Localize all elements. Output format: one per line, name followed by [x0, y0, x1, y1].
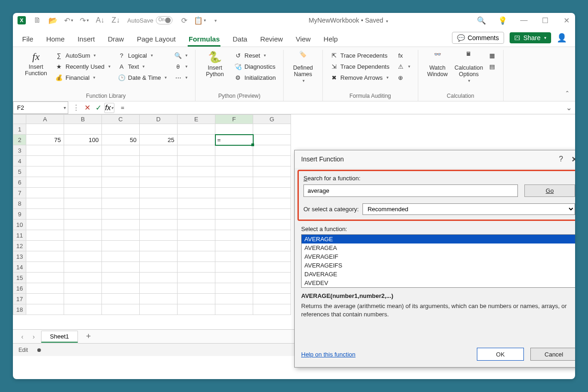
- cell-B1[interactable]: [64, 124, 102, 135]
- cell-E8[interactable]: [178, 198, 215, 209]
- cell-G8[interactable]: [253, 198, 291, 209]
- cell-C17[interactable]: [102, 294, 140, 304]
- cell-C9[interactable]: [102, 209, 140, 220]
- cell-F18[interactable]: [215, 304, 253, 315]
- row-header-5[interactable]: 5: [13, 166, 26, 177]
- category-select[interactable]: Recommended: [362, 203, 575, 215]
- cell-G11[interactable]: [253, 230, 291, 241]
- cell-F11[interactable]: [215, 230, 253, 241]
- cell-C8[interactable]: [102, 198, 140, 209]
- cell-B5[interactable]: [64, 166, 102, 177]
- row-header-6[interactable]: 6: [13, 177, 26, 188]
- col-header-F[interactable]: F: [215, 115, 253, 124]
- date-time-button[interactable]: 🕒Date & Time▾: [115, 73, 170, 82]
- cell-D14[interactable]: [140, 262, 178, 273]
- math-button[interactable]: θ▾: [172, 62, 190, 71]
- redo-icon[interactable]: ↷▾: [80, 16, 89, 24]
- cell-B4[interactable]: [64, 156, 102, 166]
- cell-E6[interactable]: [178, 177, 215, 188]
- tab-page-layout[interactable]: Page Layout: [136, 32, 177, 47]
- help-on-function-link[interactable]: Help on this function: [301, 351, 356, 358]
- cell-F2[interactable]: =: [215, 135, 253, 145]
- dialog-close-icon[interactable]: ✕: [571, 155, 575, 164]
- cell-C2[interactable]: 50: [102, 135, 140, 145]
- tab-data[interactable]: Data: [232, 32, 248, 47]
- tab-insert[interactable]: Insert: [77, 32, 96, 47]
- collapse-ribbon-button[interactable]: ⌃: [565, 90, 570, 96]
- cell-F3[interactable]: [215, 145, 253, 156]
- cell-B18[interactable]: [64, 304, 102, 315]
- cell-B11[interactable]: [64, 230, 102, 241]
- watch-window-button[interactable]: 👓 Watch Window: [423, 50, 452, 92]
- enter-formula-icon[interactable]: ✓: [93, 103, 103, 113]
- cell-E2[interactable]: [178, 135, 215, 145]
- autosum-button[interactable]: ∑AutoSum▾: [53, 51, 113, 60]
- row-header-16[interactable]: 16: [13, 283, 26, 294]
- cell-E7[interactable]: [178, 188, 215, 198]
- open-icon[interactable]: 📂: [49, 16, 57, 24]
- cell-D11[interactable]: [140, 230, 178, 241]
- row-header-1[interactable]: 1: [13, 124, 26, 135]
- row-header-9[interactable]: 9: [13, 209, 26, 220]
- tab-help[interactable]: Help: [323, 32, 339, 47]
- cell-G9[interactable]: [253, 209, 291, 220]
- cell-A1[interactable]: [26, 124, 64, 135]
- cell-G4[interactable]: [253, 156, 291, 166]
- row-header-12[interactable]: 12: [13, 241, 26, 251]
- search-function-input[interactable]: [303, 184, 518, 197]
- cell-A2[interactable]: 75: [26, 135, 64, 145]
- document-title[interactable]: MyNewWorkbook • Saved ▾: [220, 17, 477, 24]
- calc-now-button[interactable]: ▦: [486, 51, 499, 60]
- cell-A14[interactable]: [26, 262, 64, 273]
- autosave-toggle[interactable]: AutoSave On: [127, 16, 172, 24]
- col-header-C[interactable]: C: [102, 115, 140, 124]
- initialization-button[interactable]: ⚙Initialization: [232, 73, 279, 82]
- remove-arrows-button[interactable]: ✖Remove Arrows▾: [327, 73, 392, 82]
- cell-D7[interactable]: [140, 188, 178, 198]
- new-file-icon[interactable]: 🗎: [33, 16, 42, 24]
- select-all-corner[interactable]: [13, 115, 26, 124]
- cell-G16[interactable]: [253, 283, 291, 294]
- diagnostics-button[interactable]: 🩺Diagnostics: [232, 62, 279, 71]
- cell-E14[interactable]: [178, 262, 215, 273]
- cell-E3[interactable]: [178, 145, 215, 156]
- fx-split-icon[interactable]: ⋮: [71, 103, 81, 113]
- cell-A17[interactable]: [26, 294, 64, 304]
- cell-C13[interactable]: [102, 251, 140, 262]
- cell-E4[interactable]: [178, 156, 215, 166]
- function-item-avedev[interactable]: AVEDEV: [302, 279, 575, 287]
- row-header-10[interactable]: 10: [13, 220, 26, 230]
- cell-G18[interactable]: [253, 304, 291, 315]
- cell-G6[interactable]: [253, 177, 291, 188]
- sheet-nav-next[interactable]: ›: [30, 333, 38, 340]
- cell-A8[interactable]: [26, 198, 64, 209]
- tab-review[interactable]: Review: [259, 32, 284, 47]
- sort-desc-icon[interactable]: Z↓: [112, 16, 120, 24]
- cell-A3[interactable]: [26, 145, 64, 156]
- go-button[interactable]: Go: [524, 184, 575, 197]
- cell-D10[interactable]: [140, 220, 178, 230]
- cell-A15[interactable]: [26, 273, 64, 283]
- col-header-G[interactable]: G: [253, 115, 291, 124]
- cell-E13[interactable]: [178, 251, 215, 262]
- cell-C11[interactable]: [102, 230, 140, 241]
- cell-E10[interactable]: [178, 220, 215, 230]
- cell-E16[interactable]: [178, 283, 215, 294]
- cell-B13[interactable]: [64, 251, 102, 262]
- cell-A16[interactable]: [26, 283, 64, 294]
- tab-view[interactable]: View: [295, 32, 311, 47]
- minimize-button[interactable]: —: [520, 16, 528, 24]
- cell-F14[interactable]: [215, 262, 253, 273]
- cell-B3[interactable]: [64, 145, 102, 156]
- cell-D15[interactable]: [140, 273, 178, 283]
- row-header-18[interactable]: 18: [13, 304, 26, 315]
- cell-F7[interactable]: [215, 188, 253, 198]
- paste-options-icon[interactable]: 📋▾: [196, 16, 204, 24]
- recently-used-button[interactable]: ★Recently Used▾: [53, 62, 113, 71]
- tab-home[interactable]: Home: [45, 32, 65, 47]
- function-item-averagea[interactable]: AVERAGEA: [302, 244, 575, 252]
- logical-button[interactable]: ?Logical▾: [115, 51, 170, 60]
- formula-bar-input[interactable]: =: [117, 101, 562, 114]
- cell-D3[interactable]: [140, 145, 178, 156]
- error-checking-button[interactable]: ⚠▾: [394, 62, 413, 71]
